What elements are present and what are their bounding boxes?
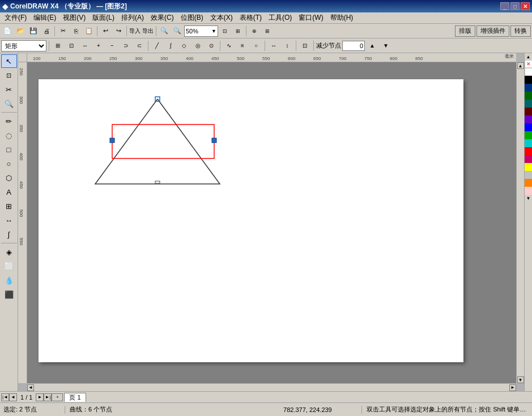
palette-scroll-up[interactable]: ▲ — [525, 53, 533, 60]
menu-bitmap[interactable]: 位图(B) — [177, 12, 207, 23]
enhance-button[interactable]: 增强插件 — [476, 25, 509, 37]
eraser-tool[interactable]: ⬛ — [1, 288, 17, 301]
save-button[interactable]: 💾 — [27, 25, 40, 37]
maximize-button[interactable]: □ — [510, 2, 520, 10]
minimize-button[interactable]: _ — [500, 2, 509, 10]
elastic-button[interactable]: ∿ — [223, 40, 235, 52]
select-tool[interactable]: ↖ — [1, 54, 17, 68]
menu-window[interactable]: 窗口(W) — [295, 12, 326, 23]
shape-triangle[interactable] — [95, 96, 265, 209]
canvas-container[interactable]: 毫米 100 150 200 250 300 350 400 450 500 5… — [18, 53, 524, 391]
menu-effects[interactable]: 效果(C) — [147, 12, 177, 23]
color-pink[interactable] — [525, 187, 533, 195]
color-blue[interactable] — [525, 123, 533, 131]
menu-text[interactable]: 文本(X) — [207, 12, 236, 23]
page-tab-1[interactable]: 页 1 — [64, 393, 86, 402]
color-darkcyan[interactable] — [525, 100, 533, 108]
outline-tool[interactable]: ⬜ — [1, 259, 17, 273]
color-orange[interactable] — [525, 179, 533, 187]
new-button[interactable]: 📄 — [1, 25, 14, 37]
open-button[interactable]: 📂 — [14, 25, 27, 37]
mirror-v-button[interactable]: ↕ — [281, 40, 293, 52]
menu-help[interactable]: 帮助(H) — [327, 12, 357, 23]
smooth-button[interactable]: ◎ — [191, 40, 204, 52]
join-nodes-button[interactable]: ⊃ — [120, 40, 132, 52]
select-nodes-button[interactable]: ⊡ — [65, 40, 78, 52]
convert-button[interactable]: 转换 — [510, 25, 531, 37]
node-count-input[interactable] — [342, 41, 365, 51]
to-curve-button[interactable]: ∫ — [164, 40, 177, 52]
node-count-down[interactable]: ▼ — [380, 40, 392, 52]
vscroll-up[interactable]: ▲ — [517, 62, 524, 69]
paiban-button[interactable]: 排版 — [455, 25, 475, 37]
color-white[interactable] — [525, 68, 533, 76]
zoom-combo[interactable]: 50% ▼ — [184, 25, 218, 37]
palette-scroll-down[interactable]: ▼ — [525, 195, 533, 201]
close-button[interactable]: ✕ — [521, 2, 530, 10]
page-first-button[interactable]: |◄ — [1, 393, 9, 401]
menu-view[interactable]: 视图(V) — [59, 12, 89, 23]
color-magenta[interactable] — [525, 155, 533, 163]
zoom-tool[interactable]: 🔍 — [1, 97, 17, 110]
color-yellow[interactable] — [525, 163, 533, 171]
menu-table[interactable]: 表格(T) — [236, 12, 265, 23]
page-add-button[interactable]: + — [52, 393, 63, 401]
add-node-button[interactable]: + — [92, 40, 105, 52]
undo-button[interactable]: ↩ — [99, 25, 112, 37]
text-tool[interactable]: A — [1, 185, 17, 199]
freehand-tool[interactable]: ✏ — [1, 114, 17, 128]
no-fill-swatch[interactable]: ✕ — [525, 60, 533, 68]
delete-node-button[interactable]: − — [106, 40, 118, 52]
horizontal-scrollbar[interactable]: ◄ ► — [27, 383, 516, 391]
align-nodes-button[interactable]: ≡ — [236, 40, 249, 52]
hscroll-right[interactable]: ► — [509, 384, 516, 391]
color-cyan[interactable] — [525, 139, 533, 147]
color-darkblue[interactable] — [525, 84, 533, 92]
select-all-nodes-button[interactable]: ⊞ — [52, 40, 64, 52]
zoom-page-button[interactable]: ⊞ — [232, 25, 244, 37]
menu-tools[interactable]: 工具(O) — [265, 12, 295, 23]
color-red[interactable] — [525, 147, 533, 155]
vertical-scrollbar[interactable]: ▲ ▼ — [516, 62, 524, 383]
zoom-out-button[interactable]: 🔍 — [171, 25, 184, 37]
page-next-button[interactable]: ► — [36, 393, 44, 401]
menu-layout[interactable]: 版面(L) — [89, 12, 118, 23]
page-prev-button[interactable]: ◄ — [9, 393, 17, 401]
hscroll-left[interactable]: ◄ — [27, 384, 34, 391]
eyedropper-tool[interactable]: 💧 — [1, 273, 17, 287]
cut-button[interactable]: ✂ — [57, 25, 69, 37]
color-lightgray[interactable] — [525, 171, 533, 179]
menu-arrange[interactable]: 排列(A) — [118, 12, 147, 23]
color-purple[interactable] — [525, 115, 533, 123]
smart-draw-tool[interactable]: ◌ — [1, 128, 17, 142]
copy-button[interactable]: ⎘ — [70, 25, 82, 37]
crop-tool[interactable]: ✂ — [1, 83, 17, 96]
canvas[interactable] — [27, 62, 516, 383]
symmetry-button[interactable]: ⊙ — [205, 40, 218, 52]
close-curve-button[interactable]: ○ — [250, 40, 262, 52]
redo-button[interactable]: ↪ — [112, 25, 125, 37]
color-darkgreen[interactable] — [525, 92, 533, 100]
color-green[interactable] — [525, 131, 533, 139]
fill-tool[interactable]: ◈ — [1, 245, 17, 259]
ellipse-tool[interactable]: ○ — [1, 157, 17, 170]
node-count-up[interactable]: ▲ — [366, 40, 378, 52]
break-nodes-button[interactable]: ⊂ — [133, 40, 146, 52]
connector-tool[interactable]: ∫ — [1, 228, 17, 241]
menu-file[interactable]: 文件(F) — [1, 12, 30, 23]
color-black[interactable] — [525, 76, 533, 84]
paste-button[interactable]: 📋 — [83, 25, 95, 37]
dimension-tool[interactable]: ↔ — [1, 213, 17, 227]
zoom-dropdown-icon[interactable]: ▼ — [211, 28, 216, 34]
stretch-button[interactable]: ⊡ — [299, 40, 311, 52]
table-tool[interactable]: ⊞ — [1, 199, 17, 213]
import-button[interactable]: 导入 — [129, 25, 141, 37]
mirror-h-button[interactable]: ↔ — [267, 40, 280, 52]
polygon-tool[interactable]: ⬡ — [1, 171, 17, 185]
rect-tool[interactable]: □ — [1, 143, 17, 156]
move-node-button[interactable]: ↔ — [79, 40, 91, 52]
snap-button[interactable]: ⊕ — [248, 25, 261, 37]
grid-button[interactable]: ⊞ — [261, 25, 274, 37]
zoom-in-button[interactable]: 🔍 — [158, 25, 171, 37]
to-line-button[interactable]: ╱ — [151, 40, 163, 52]
